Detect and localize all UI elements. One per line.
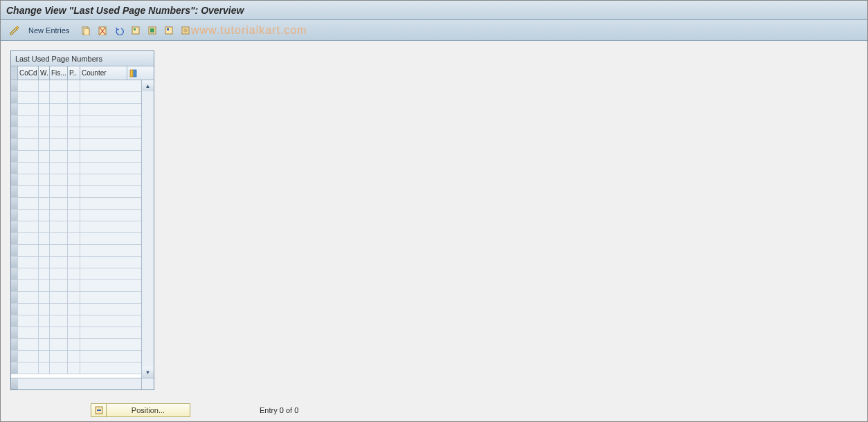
title-bar: Change View "Last Used Page Numbers": Ov… — [1, 1, 867, 20]
table-header-row: CoCd W. Fis... P.. Counter — [11, 66, 154, 80]
position-label: Position... — [107, 406, 190, 414]
table-row[interactable] — [11, 139, 141, 151]
page-title: Change View "Last Used Page Numbers": Ov… — [6, 5, 244, 16]
new-entries-button[interactable]: New Entries — [24, 25, 73, 36]
table-row[interactable] — [11, 127, 141, 139]
deselect-all-icon[interactable] — [162, 24, 176, 37]
select-all-column-header[interactable] — [11, 66, 18, 80]
table-row[interactable] — [11, 245, 141, 257]
column-header-counter[interactable]: Counter — [80, 66, 127, 80]
table-row[interactable] — [11, 315, 141, 327]
table-row[interactable] — [11, 210, 141, 221]
table-row[interactable] — [11, 339, 141, 351]
table-row[interactable] — [11, 363, 141, 374]
svg-rect-8 — [150, 28, 154, 33]
table-row[interactable] — [11, 104, 141, 116]
horizontal-scrollbar[interactable] — [11, 378, 154, 389]
entry-status: Entry 0 of 0 — [260, 406, 298, 414]
table-row[interactable] — [11, 327, 141, 339]
table-row[interactable] — [11, 92, 141, 104]
table-row[interactable] — [11, 174, 141, 186]
table-settings-icon[interactable] — [127, 66, 140, 80]
bottom-bar: Position... Entry 0 of 0 — [91, 403, 298, 417]
column-header-p[interactable]: P.. — [68, 66, 80, 80]
content-area: Last Used Page Numbers CoCd W. Fis... P.… — [1, 41, 867, 400]
select-block-icon[interactable] — [145, 24, 159, 37]
vertical-scrollbar[interactable]: ▲ ▼ — [141, 80, 154, 378]
svg-rect-1 — [84, 28, 89, 35]
table-row[interactable] — [11, 292, 141, 304]
panel-header: Last Used Page Numbers — [11, 51, 154, 66]
table-row[interactable] — [11, 198, 141, 210]
svg-rect-10 — [167, 28, 169, 30]
change-icon[interactable] — [8, 24, 21, 37]
table-row[interactable] — [11, 151, 141, 163]
table-row[interactable] — [11, 233, 141, 245]
table-row[interactable] — [11, 116, 141, 127]
watermark-text: www.tutorialkart.com — [191, 24, 307, 37]
table-row[interactable] — [11, 257, 141, 268]
table-row[interactable] — [11, 80, 141, 92]
column-header-w[interactable]: W. — [39, 66, 50, 80]
table-row[interactable] — [11, 351, 141, 363]
svg-rect-6 — [134, 28, 136, 30]
table-row[interactable] — [11, 221, 141, 233]
column-header-fis[interactable]: Fis... — [50, 66, 68, 80]
table-row[interactable] — [11, 163, 141, 174]
print-icon[interactable] — [179, 24, 192, 37]
table-panel: Last Used Page Numbers CoCd W. Fis... P.… — [10, 51, 154, 390]
position-icon — [91, 404, 107, 416]
svg-rect-16 — [134, 70, 136, 77]
application-toolbar: New Entries www.tutorialkart.com — [1, 20, 867, 41]
undo-icon[interactable] — [112, 24, 126, 37]
table-rows — [11, 80, 141, 378]
column-header-cocd[interactable]: CoCd — [18, 66, 39, 80]
scroll-up-icon[interactable]: ▲ — [142, 80, 154, 91]
table-row[interactable] — [11, 304, 141, 315]
svg-rect-15 — [130, 70, 133, 77]
scroll-down-icon[interactable]: ▼ — [142, 367, 154, 378]
delete-icon[interactable] — [96, 24, 109, 37]
copy-icon[interactable] — [79, 24, 93, 37]
table-body: ▲ ▼ — [11, 80, 154, 378]
table-row[interactable] — [11, 280, 141, 292]
position-button[interactable]: Position... — [91, 403, 190, 417]
table-row[interactable] — [11, 186, 141, 198]
select-all-icon[interactable] — [129, 24, 143, 37]
table-row[interactable] — [11, 268, 141, 280]
svg-rect-18 — [97, 410, 101, 411]
